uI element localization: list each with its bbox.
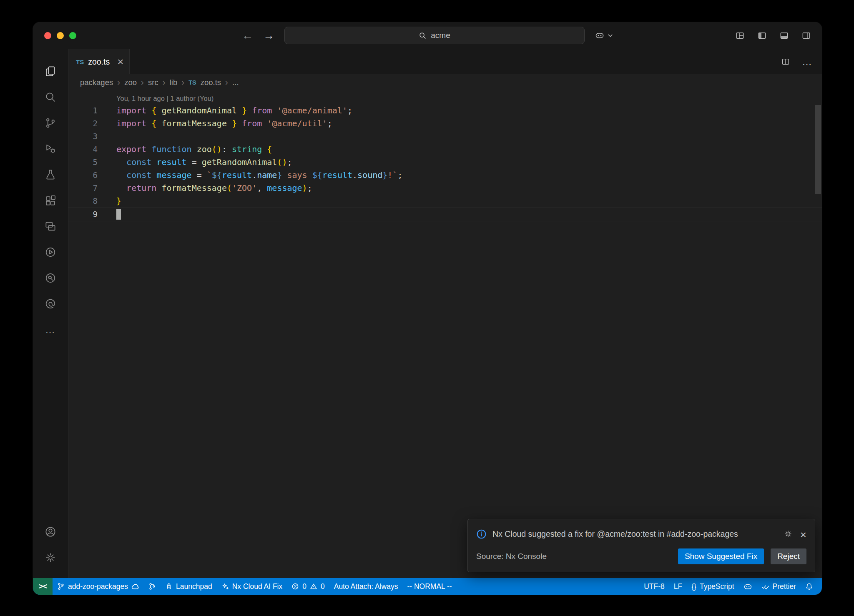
line-number[interactable]: 8: [68, 195, 98, 208]
breadcrumb-item-zoo[interactable]: zoo: [124, 78, 137, 87]
tab-close-icon[interactable]: ×: [117, 56, 123, 67]
formatter-indicator[interactable]: Prettier: [757, 578, 801, 595]
code-content: [98, 130, 116, 143]
code-line-8[interactable]: 8}: [68, 195, 822, 208]
line-number[interactable]: 1: [68, 104, 98, 117]
line-number[interactable]: 5: [68, 156, 98, 169]
code-token: ${: [312, 170, 322, 180]
search-sidebar-icon[interactable]: [33, 84, 68, 110]
zoom-window-button[interactable]: [69, 32, 76, 39]
close-icon[interactable]: ×: [800, 529, 806, 540]
code-line-7[interactable]: 7 return formatMessage('ZOO', message);: [68, 182, 822, 195]
command-center-search[interactable]: acme: [284, 27, 585, 44]
line-number[interactable]: 2: [68, 117, 98, 130]
branch-indicator[interactable]: add-zoo-packages: [53, 578, 144, 595]
language-indicator[interactable]: {} TypeScript: [687, 578, 738, 595]
problems-indicator[interactable]: 0 0: [287, 578, 329, 595]
code-token: ;: [397, 170, 402, 180]
code-token: ${: [212, 170, 222, 180]
code-line-1[interactable]: 1import { getRandomAnimal } from '@acme/…: [68, 104, 822, 117]
notifications-indicator[interactable]: [801, 578, 818, 595]
breadcrumb-item-lib[interactable]: lib: [170, 78, 178, 87]
toggle-primary-sidebar-icon[interactable]: [757, 31, 767, 40]
code-token: zoo: [197, 144, 212, 154]
code-line-5[interactable]: 5 const result = getRandomAnimal();: [68, 156, 822, 169]
settings-gear-icon[interactable]: [33, 545, 68, 571]
title-bar: ← → acme: [33, 22, 822, 49]
gitlens-codelens[interactable]: You, 1 hour ago | 1 author (You): [68, 93, 822, 104]
show-suggested-fix-button[interactable]: Show Suggested Fix: [678, 548, 764, 564]
toggle-secondary-sidebar-icon[interactable]: [801, 31, 811, 40]
line-number[interactable]: 3: [68, 130, 98, 143]
tab-zoo-ts[interactable]: TS zoo.ts ×: [68, 49, 130, 74]
gear-icon[interactable]: [784, 529, 793, 540]
line-number[interactable]: 7: [68, 182, 98, 195]
chevron-right-icon: ›: [163, 78, 166, 88]
copilot-status-indicator[interactable]: [739, 578, 757, 595]
code-content: [98, 208, 121, 221]
git-graph-indicator[interactable]: [144, 578, 161, 595]
extensions-icon[interactable]: [33, 188, 68, 213]
code-line-4[interactable]: 4export function zoo(): string {: [68, 143, 822, 156]
vim-mode-indicator[interactable]: -- NORMAL --: [402, 578, 456, 595]
window-controls: [33, 32, 76, 39]
auto-attach-label: Auto Attach: Always: [334, 582, 398, 591]
code-token: string: [232, 144, 262, 154]
eol-indicator[interactable]: LF: [669, 578, 687, 595]
code-line-6[interactable]: 6 const message = `${result.name} says $…: [68, 169, 822, 182]
code-token: ;: [327, 118, 332, 128]
code-editor[interactable]: You, 1 hour ago | 1 author (You) 1import…: [68, 91, 822, 578]
typescript-file-icon: TS: [188, 79, 196, 86]
breadcrumb-item-src[interactable]: src: [148, 78, 158, 87]
code-token: ;: [287, 157, 292, 167]
more-views-icon[interactable]: …: [33, 317, 68, 343]
accounts-icon[interactable]: [33, 519, 68, 545]
navigate-back-icon[interactable]: ←: [242, 30, 253, 41]
code-token: 'ZOO': [232, 183, 257, 193]
breadcrumb-item-packages[interactable]: packages: [80, 78, 113, 87]
line-number[interactable]: 9: [68, 208, 98, 221]
launchpad-indicator[interactable]: Launchpad: [161, 578, 217, 595]
run-debug-icon[interactable]: [33, 136, 68, 162]
split-editor-icon[interactable]: [781, 57, 790, 66]
auto-attach-indicator[interactable]: Auto Attach: Always: [329, 578, 403, 595]
notification-toast: Nx Cloud suggested a fix for @acme/zoo:t…: [467, 519, 815, 572]
editor-scrollbar[interactable]: [815, 105, 821, 194]
code-token: export: [116, 144, 151, 154]
minimize-window-button[interactable]: [57, 32, 64, 39]
reject-button[interactable]: Reject: [771, 548, 806, 564]
run-circle-icon[interactable]: [33, 239, 68, 265]
nx-cloud-fix-indicator[interactable]: Nx Cloud AI Fix: [217, 578, 287, 595]
testing-icon[interactable]: [33, 162, 68, 188]
typescript-file-icon: TS: [76, 58, 84, 65]
code-line-3[interactable]: 3: [68, 130, 822, 143]
code-token: !`: [387, 170, 397, 180]
toggle-panel-icon[interactable]: [779, 31, 789, 40]
copilot-menu-button[interactable]: [595, 30, 613, 40]
remote-indicator[interactable]: ><: [33, 578, 53, 595]
inspect-circle-icon[interactable]: [33, 265, 68, 291]
breadcrumb-item-symbols[interactable]: ...: [232, 78, 239, 87]
encoding-indicator[interactable]: UTF-8: [639, 578, 669, 595]
source-control-icon[interactable]: [33, 110, 68, 136]
notification-message: Nx Cloud suggested a fix for @acme/zoo:t…: [492, 528, 778, 540]
code-token: (): [277, 157, 287, 167]
explorer-icon[interactable]: [33, 58, 68, 84]
code-token: {: [151, 105, 161, 115]
line-number[interactable]: 6: [68, 169, 98, 182]
line-number[interactable]: 4: [68, 143, 98, 156]
customize-layout-icon[interactable]: [735, 31, 745, 40]
info-icon: [476, 528, 487, 539]
code-line-9[interactable]: 9: [68, 208, 822, 221]
code-content: const result = getRandomAnimal();: [98, 156, 292, 169]
more-actions-icon[interactable]: …: [802, 57, 812, 67]
code-token: message: [156, 170, 191, 180]
breadcrumb-item-file[interactable]: zoo.ts: [201, 78, 221, 87]
breadcrumb: packages › zoo › src › lib › TS zoo.ts ›…: [68, 74, 822, 91]
code-line-2[interactable]: 2import { formatMessage } from '@acme/ut…: [68, 117, 822, 130]
code-token: result: [156, 157, 186, 167]
navigate-forward-icon[interactable]: →: [263, 30, 274, 41]
edge-tools-icon[interactable]: [33, 291, 68, 317]
remote-explorer-icon[interactable]: [33, 213, 68, 239]
close-window-button[interactable]: [44, 32, 51, 39]
